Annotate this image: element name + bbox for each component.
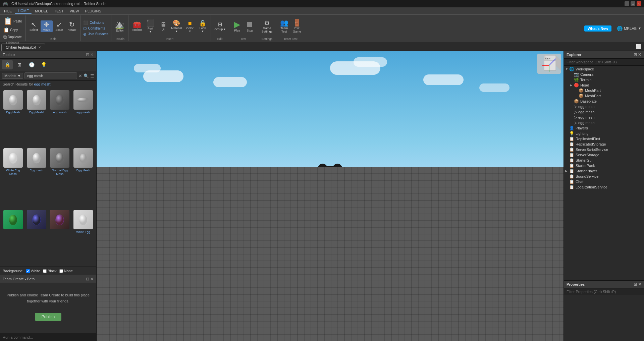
viewport[interactable]: Back <box>97 51 564 341</box>
properties-filter-input[interactable] <box>564 288 644 295</box>
lock-button[interactable]: 🔒 Lock ▼ <box>197 19 209 34</box>
tree-item[interactable]: 👤 Players <box>564 125 644 131</box>
search-icon[interactable]: 🔍 <box>84 73 89 78</box>
list-item[interactable]: White Egg Mesh <box>2 147 24 207</box>
tree-item[interactable]: 📋 StarterPack <box>564 163 644 168</box>
list-item[interactable] <box>49 209 71 265</box>
properties-float-button[interactable]: ⊡ <box>634 282 637 287</box>
color-button[interactable]: ■ Color ▼ <box>184 19 196 34</box>
material-button[interactable]: 🎨 Material ▼ <box>170 19 183 34</box>
team-create-close-button[interactable]: ✕ <box>90 277 94 281</box>
scale-button[interactable]: ⤢ Scale <box>53 20 65 32</box>
marketplace-tab[interactable]: ⊞ <box>14 60 25 69</box>
bg-black-option[interactable]: Black <box>43 269 57 273</box>
tab-chiken-testing[interactable]: Chiken testing.rbxl ✕ <box>1 44 45 51</box>
tree-item[interactable]: 📋 ServerScriptService <box>564 147 644 152</box>
team-create-float-button[interactable]: ⊡ <box>86 277 89 281</box>
recent-tab[interactable]: 🕐 <box>26 60 37 69</box>
tree-item[interactable]: ▶ 🔴 Head <box>564 82 644 88</box>
list-item[interactable] <box>2 209 24 265</box>
bg-none-option[interactable]: None <box>59 269 73 273</box>
command-input[interactable] <box>3 335 94 339</box>
properties-close-button[interactable]: ✕ <box>638 282 641 287</box>
tree-item[interactable]: 📦 Baseplate <box>564 99 644 104</box>
group-button[interactable]: ⊞ Group ▾ <box>213 21 227 32</box>
toolbox-close-button[interactable]: ✕ <box>90 52 94 57</box>
bg-black-checkbox[interactable] <box>43 269 47 273</box>
list-item[interactable]: White Egg <box>72 209 94 265</box>
window-controls[interactable]: ─ □ ✕ <box>625 1 641 6</box>
list-item[interactable] <box>25 209 48 265</box>
play-button[interactable]: ▶ Play <box>231 20 243 33</box>
part-button[interactable]: ⬛ Part ▼ <box>144 19 156 34</box>
terrain-editor-button[interactable]: ⛰️ Editor <box>113 20 126 33</box>
tree-item[interactable]: 📋 ServerStorage <box>564 152 644 158</box>
explorer-float-button[interactable]: ⊡ <box>634 52 637 57</box>
menu-model[interactable]: MODEL <box>32 8 51 14</box>
duplicate-button[interactable]: ⧉ Duplicate <box>2 34 23 41</box>
explorer-close-button[interactable]: ✕ <box>638 52 641 57</box>
tree-item[interactable]: 📋 StarterGui <box>564 158 644 163</box>
ui-button[interactable]: 🖥 UI <box>157 21 169 32</box>
toolbox-button[interactable]: 🧰 Toolbox <box>130 20 144 32</box>
model-type-dropdown[interactable]: Models ▼ <box>2 73 23 79</box>
tree-item[interactable]: 🌿 Terrain <box>564 77 644 82</box>
game-settings-button[interactable]: ⚙ Game Settings <box>260 19 274 34</box>
whats-new-button[interactable]: What's New <box>584 25 611 32</box>
menu-test[interactable]: TEST <box>51 8 66 14</box>
join-surfaces-toggle[interactable]: ⊕ Join Surfaces <box>83 32 109 37</box>
collisions-toggle[interactable]: ⬛ Collisions <box>83 20 109 25</box>
user-menu[interactable]: 🌐 MRLAB ▼ <box>614 15 644 41</box>
constraints-toggle[interactable]: ⬡ Constraints <box>83 26 109 31</box>
publish-button[interactable]: Publish <box>35 313 61 321</box>
menu-file[interactable]: FILE <box>1 8 14 14</box>
tree-item[interactable]: ▼ 🌐 Workspace <box>564 66 644 72</box>
list-item[interactable]: Egg mesh <box>25 147 48 207</box>
bg-white-checkbox[interactable] <box>26 269 30 273</box>
tree-item[interactable]: 💡 Lighting <box>564 131 644 136</box>
navigation-cube[interactable]: Back <box>537 54 561 74</box>
filter-icon[interactable]: ☰ <box>90 73 94 78</box>
tree-item[interactable]: ▷ egg mesh <box>564 104 644 109</box>
tab-close-icon[interactable]: ✕ <box>38 46 41 49</box>
maximize-button[interactable]: □ <box>631 1 635 6</box>
menu-plugins[interactable]: PLUGINS <box>83 8 104 14</box>
tree-item[interactable]: 📦 MeshPart <box>564 93 644 99</box>
tree-item[interactable]: 📋 LocalizationService <box>564 184 644 190</box>
rotate-button[interactable]: ↻ Rotate <box>66 20 78 32</box>
menu-home[interactable]: HOME <box>15 8 32 14</box>
team-test-button[interactable]: 👥 Team Test <box>278 19 290 34</box>
tree-item[interactable]: 📋 Chat <box>564 179 644 184</box>
tree-item[interactable]: ▷ egg mesh <box>564 115 644 120</box>
explorer-filter-input[interactable] <box>564 59 644 66</box>
tree-item[interactable]: 📦 MeshPart <box>564 88 644 93</box>
toolbox-float-button[interactable]: ⊡ <box>86 52 89 57</box>
list-item[interactable]: Normal Egg Mesh <box>49 147 71 207</box>
tree-item[interactable]: 📋 ReplicatedStorage <box>564 141 644 147</box>
close-button[interactable]: ✕ <box>637 1 641 6</box>
maximize-viewport-button[interactable]: ⬜ <box>636 44 641 49</box>
list-item[interactable]: Egg Mesh <box>72 147 94 207</box>
bg-none-checkbox[interactable] <box>59 269 63 273</box>
list-item[interactable]: egg mesh <box>72 89 94 146</box>
tree-item[interactable]: ▶ 📋 StarterPlayer <box>564 168 644 174</box>
list-item[interactable]: Egg Mesh <box>2 89 24 146</box>
list-item[interactable]: egg mesh <box>49 89 71 146</box>
clear-search-icon[interactable]: ✕ <box>78 73 82 78</box>
tree-item[interactable]: ▷ egg mesh <box>564 109 644 115</box>
tree-item[interactable]: ▷ egg mesh <box>564 120 644 125</box>
select-button[interactable]: ↖ Select <box>28 20 40 32</box>
copy-button[interactable]: 📋 Copy <box>2 26 23 33</box>
move-button[interactable]: ✥ Move <box>41 20 53 32</box>
bg-white-option[interactable]: White <box>26 269 40 273</box>
paste-button[interactable]: 📋 Paste <box>2 16 23 26</box>
stop-button[interactable]: ⏹ Stop <box>244 20 256 33</box>
exit-game-button[interactable]: 🚪 Exit Game <box>291 19 303 34</box>
toolbox-search-input[interactable] <box>24 72 77 79</box>
tree-item[interactable]: 📋 SoundService <box>564 174 644 179</box>
suggested-tab[interactable]: 💡 <box>38 60 49 69</box>
inventory-tab[interactable]: 🔒 <box>2 60 13 69</box>
tree-item[interactable]: 📋 ReplicatedFirst <box>564 136 644 141</box>
minimize-button[interactable]: ─ <box>625 1 629 6</box>
list-item[interactable]: Egg Mesh! <box>25 89 48 146</box>
